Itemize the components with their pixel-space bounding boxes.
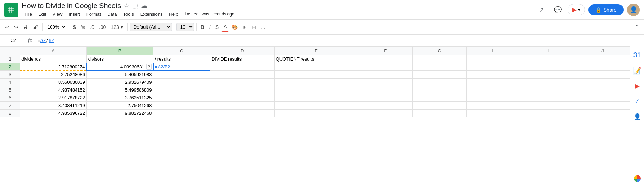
col-header-i[interactable]: I (521, 47, 575, 55)
currency-button[interactable]: $ (71, 23, 78, 31)
col-header-g[interactable]: G (412, 47, 467, 55)
cell-a7[interactable]: 8.408411219 (20, 102, 87, 110)
italic-button[interactable]: I (207, 23, 213, 31)
cell-g7[interactable] (412, 102, 467, 110)
cell-f1[interactable] (358, 55, 413, 63)
cell-c8[interactable] (153, 110, 210, 117)
cell-i8[interactable] (521, 110, 575, 117)
menu-insert[interactable]: Insert (66, 11, 83, 18)
cell-a4[interactable]: 8.550630039 (20, 79, 87, 86)
cell-i4[interactable] (521, 79, 575, 86)
cell-f5[interactable] (358, 86, 413, 94)
cell-e3[interactable] (274, 71, 358, 79)
cell-d2[interactable] (210, 63, 274, 71)
cell-d6[interactable] (210, 94, 274, 102)
cell-j5[interactable] (575, 86, 630, 94)
cell-g2[interactable] (412, 63, 467, 71)
col-header-b[interactable]: B (86, 47, 153, 55)
cell-f2[interactable] (358, 63, 413, 71)
cell-e2[interactable] (274, 63, 358, 71)
cell-b2[interactable]: 4.09930681 ? (86, 63, 153, 71)
present-icon[interactable]: ⬚ (132, 2, 138, 10)
cell-c3[interactable] (153, 71, 210, 79)
cell-b8[interactable]: 9.882722468 (86, 110, 153, 117)
cell-c2[interactable]: =A2/B2 (153, 63, 210, 71)
tasks-sidebar-icon[interactable]: ✓ (632, 96, 643, 107)
cell-h3[interactable] (467, 71, 521, 79)
cell-i7[interactable] (521, 102, 575, 110)
menu-view[interactable]: View (50, 11, 65, 18)
cell-h4[interactable] (467, 79, 521, 86)
cell-c1[interactable]: / results (153, 55, 210, 63)
cell-j2[interactable] (575, 63, 630, 71)
cell-h2[interactable] (467, 63, 521, 71)
menu-extensions[interactable]: Extensions (137, 11, 166, 18)
cell-j8[interactable] (575, 110, 630, 117)
cell-c4[interactable] (153, 79, 210, 86)
redo-button[interactable]: ↪ (12, 23, 20, 31)
cell-g4[interactable] (412, 79, 467, 86)
cell-g3[interactable] (412, 71, 467, 79)
cell-f3[interactable] (358, 71, 413, 79)
cell-reference-input[interactable] (3, 36, 24, 44)
col-header-d[interactable]: D (210, 47, 274, 55)
avatar[interactable]: 👤 (627, 4, 640, 16)
cell-e6[interactable] (274, 94, 358, 102)
cell-j7[interactable] (575, 102, 630, 110)
cell-e5[interactable] (274, 86, 358, 94)
cell-f8[interactable] (358, 110, 413, 117)
more-toolbar-button[interactable]: ... (259, 23, 267, 31)
cell-g8[interactable] (412, 110, 467, 117)
cell-e4[interactable] (274, 79, 358, 86)
calendar-sidebar-icon[interactable]: 31 (632, 49, 643, 61)
notes-sidebar-icon[interactable]: 📝 (632, 65, 643, 76)
cell-j4[interactable] (575, 79, 630, 86)
sheet-wrap[interactable]: A B C D E F G H I J 1 dividends divisor (0, 46, 630, 187)
col-header-e[interactable]: E (274, 47, 358, 55)
decimal-decrease-button[interactable]: .0 (88, 23, 96, 31)
cell-i3[interactable] (521, 71, 575, 79)
cell-b3[interactable]: 5.405921983 (86, 71, 153, 79)
cell-i6[interactable] (521, 94, 575, 102)
cell-h6[interactable] (467, 94, 521, 102)
cell-h1[interactable] (467, 55, 521, 63)
cell-b6[interactable]: 3.762511325 (86, 94, 153, 102)
star-icon[interactable]: ☆ (124, 2, 129, 10)
menu-help[interactable]: Help (166, 11, 181, 18)
cell-a3[interactable]: 2.75248086 (20, 71, 87, 79)
print-button[interactable]: 🖨 (21, 23, 30, 31)
cell-i2[interactable] (521, 63, 575, 71)
cell-d1[interactable]: DIVIDE results (210, 55, 274, 63)
menu-file[interactable]: File (22, 11, 35, 18)
percent-button[interactable]: % (79, 23, 87, 31)
cell-j3[interactable] (575, 71, 630, 79)
meet-button[interactable]: ▶ ▾ (568, 4, 585, 15)
col-header-j[interactable]: J (575, 47, 630, 55)
more-formats-button[interactable]: 123 ▾ (109, 23, 125, 31)
cell-j6[interactable] (575, 94, 630, 102)
menu-tools[interactable]: Tools (120, 11, 136, 18)
menu-format[interactable]: Format (84, 11, 104, 18)
col-header-a[interactable]: A (20, 47, 87, 55)
cell-a1[interactable]: dividends (20, 55, 87, 63)
cell-c7[interactable] (153, 102, 210, 110)
cell-a8[interactable]: 4.935396722 (20, 110, 87, 117)
paint-format-button[interactable]: 🖌 (31, 23, 40, 31)
cell-d3[interactable] (210, 71, 274, 79)
cell-d4[interactable] (210, 79, 274, 86)
contacts-sidebar-icon[interactable]: 👤 (632, 111, 643, 123)
zoom-select[interactable]: 100% 75% 50% 125% 150% (45, 23, 66, 31)
undo-button[interactable]: ↩ (3, 23, 11, 31)
minimize-chevron[interactable]: ⌃ (633, 22, 641, 32)
menu-data[interactable]: Data (104, 11, 120, 18)
cell-a6[interactable]: 2.917878722 (20, 94, 87, 102)
cell-d5[interactable] (210, 86, 274, 94)
strikethrough-button[interactable]: S (213, 23, 221, 31)
cell-f4[interactable] (358, 79, 413, 86)
cell-j1[interactable] (575, 55, 630, 63)
cell-g6[interactable] (412, 94, 467, 102)
cell-d7[interactable] (210, 102, 274, 110)
font-family-select[interactable]: Default (Ari... Arial Times New Roman (130, 23, 172, 31)
menu-edit[interactable]: Edit (36, 11, 49, 18)
cloud-icon[interactable]: ☁ (141, 2, 147, 10)
